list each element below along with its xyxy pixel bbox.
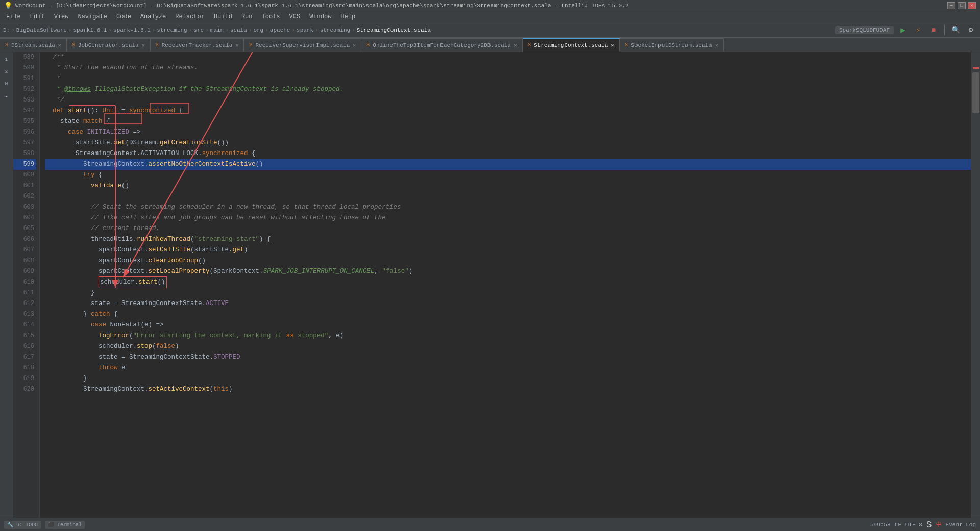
code-container: 589 590 591 592 593 594 595 596 597 598 … (13, 52, 971, 518)
menu-window[interactable]: Window (305, 12, 335, 21)
menu-navigate[interactable]: Navigate (74, 12, 111, 21)
debug-button[interactable]: ⚡ (912, 24, 924, 36)
code-content: /** * Start the execution of the streams… (40, 52, 971, 518)
code-line-617: state = StreamingContextState.STOPPED (45, 352, 971, 363)
bc-apache: apache (270, 27, 290, 33)
code-line-616: scheduler.stop(false) (45, 341, 971, 352)
breadcrumb: D: › BigDataSoftware › spark1.6.1 › spar… (3, 27, 833, 33)
tab-streamingcontext[interactable]: S StreamingContext.scala ✕ (523, 38, 620, 52)
code-line-598: StreamingContext.ACTIVATION_LOCK.synchro… (45, 148, 971, 159)
code-line-611: } (45, 288, 971, 298)
tab-receiversupervisor[interactable]: S ReceiverSupervisorImpl.scala ✕ (244, 38, 361, 52)
bc-spark: spark-1.6.1 (113, 27, 151, 33)
tab-jobgenerator[interactable]: S JobGenerator.scala ✕ (67, 38, 151, 52)
settings-button[interactable]: ⚙ (965, 24, 977, 36)
title-bar: 💡 WordCount - [D:\IdeaProjects\WordCount… (0, 0, 980, 11)
code-line-597: startSite.set(DStream.getCreationSite()) (45, 138, 971, 148)
scrollbar-thumb[interactable] (972, 72, 979, 113)
main-layout: 1 2 M ★ 589 590 591 592 593 594 595 596 … (0, 52, 980, 518)
code-line-607: sparkContext.setCallSite(startSite.get) (45, 245, 971, 256)
code-line-606: threadUtils.runInNewThread("streaming-st… (45, 234, 971, 245)
code-line-613: } catch { (45, 309, 971, 320)
menu-tools[interactable]: Tools (258, 12, 284, 21)
terminal-panel[interactable]: ⬛ Terminal (45, 521, 85, 529)
sonar-icon: S (926, 520, 932, 530)
sidebar-structure[interactable]: 2 (1, 66, 12, 78)
bc-streaming2: streaming (320, 27, 350, 33)
code-line-601: validate() (45, 181, 971, 191)
tab-online[interactable]: S OnlineTheTop3ItemForEachCategory2DB.sc… (361, 38, 523, 52)
code-line-603: // Start the streaming scheduler in a ne… (45, 202, 971, 213)
code-line-605: // current thread. (45, 223, 971, 234)
code-line-590: * Start the execution of the streams. (45, 63, 971, 73)
code-line-620: StreamingContext.setActiveContext(this) (45, 384, 971, 395)
tab-dstream[interactable]: S DStream.scala ✕ (0, 38, 67, 52)
menu-analyze[interactable]: Analyze (136, 12, 170, 21)
window-controls: — □ ✕ (947, 2, 976, 9)
menu-build[interactable]: Build (210, 12, 236, 21)
code-line-615: logError("Error starting the context, ma… (45, 331, 971, 341)
toolbar: D: › BigDataSoftware › spark1.6.1 › spar… (0, 22, 980, 38)
code-line-599: StreamingContext.assertNoOtherContextIsA… (45, 159, 971, 170)
code-line-592: * @throws IllegalStateException if the S… (45, 84, 971, 95)
event-log[interactable]: Event Log (946, 522, 976, 528)
menu-edit[interactable]: Edit (26, 12, 49, 21)
status-bar: 🔧 6: TODO ⬛ Terminal 599:58 LF UTF-8 S 中… (0, 518, 980, 531)
cursor-position: 599:58 (870, 522, 891, 528)
menu-refactor[interactable]: Refactor (171, 12, 209, 21)
right-sidebar (971, 52, 980, 518)
sidebar-favorites[interactable]: ★ (1, 91, 12, 102)
toolbar-right: SparkSQLUDFUDAF ▶ ⚡ ■ 🔍 ⚙ (835, 24, 977, 36)
line-separator[interactable]: LF (895, 522, 901, 528)
status-left: 🔧 6: TODO ⬛ Terminal (4, 521, 85, 529)
encoding[interactable]: UTF-8 (905, 522, 922, 528)
code-line-608: sparkContext.clearJobGroup() (45, 256, 971, 266)
menu-code[interactable]: Code (112, 12, 135, 21)
code-line-612: state = StreamingContextState.ACTIVE (45, 298, 971, 309)
bc-d: D: (3, 27, 10, 33)
code-line-614: case NonFatal(e) => (45, 320, 971, 331)
menu-bar: File Edit View Navigate Code Analyze Ref… (0, 11, 980, 22)
close-button[interactable]: ✕ (968, 2, 976, 9)
menu-run[interactable]: Run (237, 12, 257, 21)
bc-streaming: streaming (157, 27, 187, 33)
menu-file[interactable]: File (2, 12, 25, 21)
tab-socketinput[interactable]: S SocketInputDStream.scala ✕ (620, 38, 723, 52)
code-line-610: scheduler.start() (45, 277, 971, 288)
sidebar-maven[interactable]: M (1, 79, 12, 90)
editor-area: 589 590 591 592 593 594 595 596 597 598 … (13, 52, 971, 518)
code-line-591: * (45, 73, 971, 84)
bc-spark161: spark1.6.1 (73, 27, 107, 33)
search-button[interactable]: 🔍 (949, 24, 962, 36)
menu-help[interactable]: Help (336, 12, 359, 21)
code-line-600: try { (45, 170, 971, 181)
code-line-618: throw e (45, 363, 971, 373)
code-line-604: // like call sites and job groups can be… (45, 213, 971, 223)
bc-spark2: spark (297, 27, 313, 33)
status-right: 599:58 LF UTF-8 S 中 Event Log (870, 520, 976, 530)
title-text: WordCount - [D:\IdeaProjects\WordCount] … (15, 3, 628, 9)
stop-button[interactable]: ■ (927, 24, 940, 36)
ime-indicator: 中 (936, 521, 942, 528)
code-line-593: */ (45, 95, 971, 106)
error-marker (973, 67, 979, 69)
sidebar-project[interactable]: 1 (1, 54, 12, 65)
bc-org: org (253, 27, 263, 33)
code-line-609: sparkContext.setLocalProperty(SparkConte… (45, 266, 971, 277)
bc-src: src (193, 27, 204, 33)
menu-vcs[interactable]: VCS (285, 12, 305, 21)
file-tabs: S DStream.scala ✕ S JobGenerator.scala ✕… (0, 38, 980, 52)
code-line-596: case INITIALIZED => (45, 127, 971, 138)
tab-receivertracker[interactable]: S ReceiverTracker.scala ✕ (151, 38, 244, 52)
bc-main: main (210, 27, 224, 33)
todo-panel[interactable]: 🔧 6: TODO (4, 521, 41, 529)
minimize-button[interactable]: — (947, 2, 955, 9)
run-button[interactable]: ▶ (897, 24, 909, 36)
menu-view[interactable]: View (50, 12, 73, 21)
line-numbers: 589 590 591 592 593 594 595 596 597 598 … (13, 52, 40, 518)
code-line-594: def start(): Unit = synchronized { (45, 106, 971, 116)
code-line-595: state match { (45, 116, 971, 127)
code-line-602 (45, 191, 971, 202)
maximize-button[interactable]: □ (958, 2, 966, 9)
run-config[interactable]: SparkSQLUDFUDAF (835, 26, 894, 34)
